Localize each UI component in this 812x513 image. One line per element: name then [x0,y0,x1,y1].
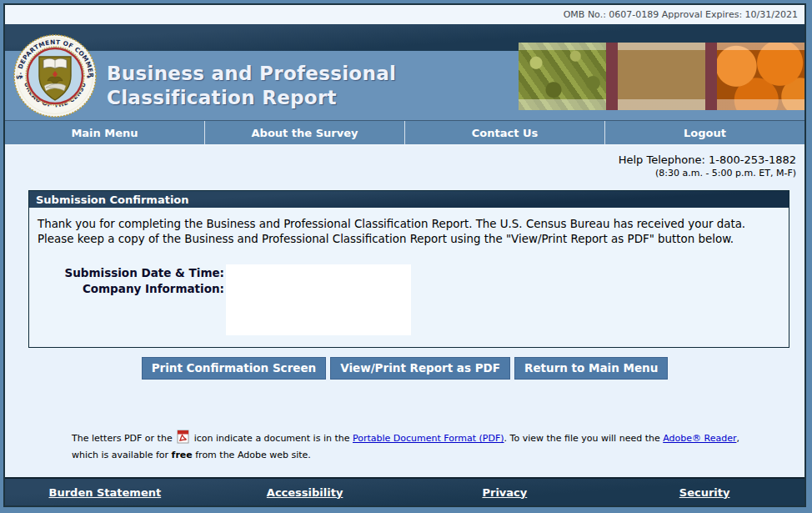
photo-divider [705,43,717,110]
nav-main-menu[interactable]: Main Menu [5,121,205,144]
omb-approval-text: OMB No.: 0607-0189 Approval Expires: 10/… [564,9,798,20]
burden-statement-link[interactable]: Burden Statement [5,486,205,499]
submission-confirmation-panel: Submission Confirmation Thank you for co… [28,190,789,348]
confirmation-message: Thank you for completing the Business an… [38,217,780,247]
main-content: Help Telephone: 1-800-253-1882 (8:30 a.m… [5,146,804,477]
company-information-label: Company Information: [38,281,224,296]
return-to-main-menu-button[interactable]: Return to Main Menu [514,357,668,380]
seal-star-left: ★ [19,73,23,79]
help-telephone-hours: (8:30 a.m. - 5:00 p.m. ET, M-F) [5,168,796,179]
field-labels: Submission Date & Time: Company Informat… [38,264,224,335]
page-title-line1: Business and Professional [107,62,396,86]
adobe-reader-link[interactable]: Adobe® Reader [663,433,736,444]
panel-body: Thank you for completing the Business an… [29,208,789,347]
help-telephone-number: Help Telephone: 1-800-253-1882 [5,153,796,168]
pdf-file-icon [177,430,189,448]
submission-fields: Submission Date & Time: Company Informat… [38,264,780,335]
cardboard-boxes-photo [618,43,705,110]
oranges-photo [717,43,804,110]
main-navigation: Main Menu About the Survey Contact Us Lo… [5,120,804,146]
pdf-reader-note: The letters PDF or the icon indicate a d… [72,430,744,462]
page-frame: OMB No.: 0607-0189 Approval Expires: 10/… [3,3,806,507]
seal-star-right: ★ [86,73,90,79]
submission-date-time-label: Submission Date & Time: [38,265,224,280]
panel-header: Submission Confirmation [29,191,789,208]
pdf-note-text: The letters PDF or the [72,433,175,444]
application-window: OMB No.: 0607-0189 Approval Expires: 10/… [0,0,812,513]
security-link[interactable]: Security [604,486,804,499]
header: Business and Professional Classification… [5,24,804,120]
pdf-note-text: . To view the file you will need the [504,433,664,444]
privacy-link[interactable]: Privacy [405,486,605,499]
census-bureau-seal-logo: U.S. DEPARTMENT OF COMMERCE BUREAU OF TH… [13,34,97,118]
accessibility-link[interactable]: Accessibility [205,486,405,499]
page-title-line2: Classification Report [107,86,396,110]
print-confirmation-screen-button[interactable]: Print Confirmation Screen [142,357,327,380]
header-photo-strip [519,43,804,110]
company-info-box [226,264,411,335]
nav-contact-us[interactable]: Contact Us [405,121,605,144]
pdf-note-text: icon indicate a document is in the [191,433,353,444]
pdf-note-free-bold: free [172,450,193,460]
footer: Burden Statement Accessibility Privacy S… [5,477,804,505]
omb-bar: OMB No.: 0607-0189 Approval Expires: 10/… [5,5,804,24]
action-buttons: Print Confirmation Screen View/Print Rep… [5,357,804,380]
nav-logout[interactable]: Logout [605,121,804,144]
panel-title: Submission Confirmation [36,194,189,206]
nav-about-the-survey[interactable]: About the Survey [205,121,405,144]
pdf-note-text: from the Adobe web site. [193,450,311,460]
green-screws-photo [519,43,606,110]
photo-divider [606,43,618,110]
portable-document-format-link[interactable]: Portable Document Format (PDF) [353,433,504,444]
view-print-report-pdf-button[interactable]: View/Print Report as PDF [330,357,510,380]
help-telephone: Help Telephone: 1-800-253-1882 (8:30 a.m… [5,146,804,179]
